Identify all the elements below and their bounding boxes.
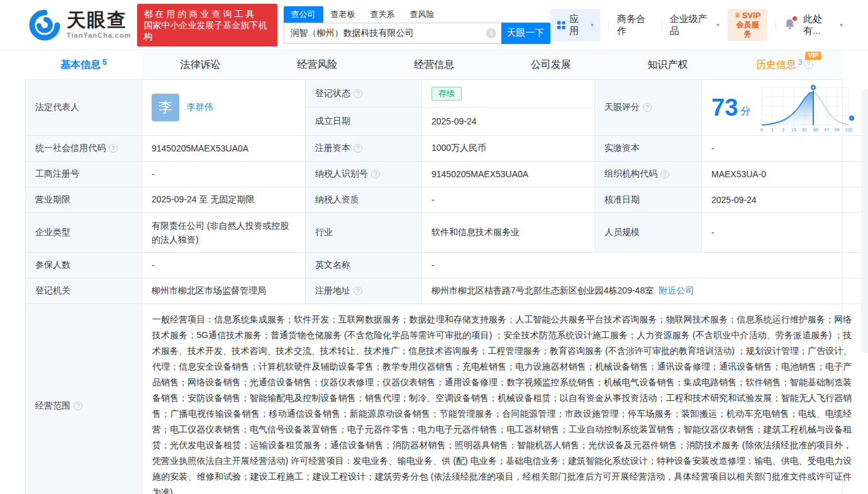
- tab-legal-proceedings[interactable]: 法律诉讼: [142, 50, 259, 79]
- label-text: 实缴资本: [604, 143, 640, 154]
- tianyancha-logo[interactable]: 天眼查 TianYanCha.com: [28, 9, 131, 41]
- label-text: 纳税人识别号: [315, 168, 368, 180]
- search-tab-boss[interactable]: 查老板: [323, 6, 363, 23]
- promo-banner: 都在用的商业查询工具 国家中小企业发展子基金旗下机构: [137, 4, 277, 47]
- tab-label: 经营信息: [414, 58, 454, 72]
- divider: [776, 20, 776, 30]
- help-icon[interactable]: ?: [371, 170, 380, 178]
- tab-company-development[interactable]: 公司发展: [492, 50, 609, 79]
- value-text: 91450205MAEX53UA0A: [152, 143, 248, 153]
- label-text: 营业期限: [35, 194, 70, 206]
- enterprise-menu[interactable]: 企业级产品 ▾: [670, 13, 720, 37]
- divider: [608, 20, 609, 30]
- tab-label: 基本信息: [60, 58, 101, 72]
- field-label-reg-status: 登记状态 ?: [306, 80, 422, 107]
- apps-menu[interactable]: 应用 ▾: [550, 9, 601, 41]
- username: 此处有...: [803, 13, 837, 37]
- help-icon[interactable]: ?: [109, 144, 118, 153]
- label-text: 企业类型: [35, 227, 70, 238]
- value-text: 2025-09-24 至 无固定期限: [152, 194, 254, 206]
- help-icon[interactable]: ?: [74, 402, 82, 410]
- label-text: 经营范围: [35, 400, 70, 412]
- tab-history-info[interactable]: VIP 历史信息 3 ?: [726, 50, 843, 79]
- tab-label: 知识产权: [647, 58, 687, 72]
- tab-intellectual-property[interactable]: 知识产权: [609, 50, 726, 79]
- search-tab-risk[interactable]: 查风险: [403, 6, 442, 23]
- label-text: 英文名称: [315, 260, 350, 271]
- search-tab-relation[interactable]: 查关系: [363, 6, 403, 23]
- field-value-legal-rep: 李 李群伟: [142, 80, 306, 136]
- tab-business-info[interactable]: 经营信息: [376, 50, 492, 79]
- field-label-uscc: 统一社会信用代码 ?: [26, 136, 142, 162]
- field-value-reg-number: -: [142, 162, 306, 187]
- tab-count: 3: [798, 58, 803, 67]
- notification-dot: [793, 16, 797, 21]
- label-text: 行业: [315, 227, 333, 238]
- avatar[interactable]: 李: [152, 94, 179, 121]
- help-icon[interactable]: ?: [353, 89, 362, 98]
- brand-name: 天眼查: [67, 11, 131, 30]
- app-grid-icon: [557, 20, 566, 30]
- field-value-taxpayer-id: 91450205MAEX53UA0A: [422, 162, 595, 187]
- field-label-reg-number: 工商注册号: [26, 162, 142, 187]
- label-text: 人员规模: [604, 227, 640, 238]
- score-value: 73: [711, 96, 738, 119]
- user-menu[interactable]: 此处有... ▾: [803, 13, 843, 37]
- field-value-uscc: 91450205MAEX53UA0A: [142, 136, 306, 162]
- label-text: 组织机构代码: [604, 168, 657, 180]
- field-label-reg-address: 注册地址 ?: [306, 278, 422, 304]
- field-label-taxpayer-quality: 纳税人资质: [306, 187, 422, 213]
- help-icon[interactable]: ?: [804, 60, 813, 69]
- field-label-business-term: 营业期限: [26, 187, 142, 213]
- value-text: -: [711, 143, 715, 153]
- field-value-score: 73 分 0 1 3 15 50: [702, 80, 862, 136]
- field-label-company-type: 企业类型: [26, 213, 142, 253]
- field-value-reg-authority: 柳州市柳北区市场监督管理局: [142, 278, 306, 304]
- promo-line2: 国家中小企业发展子基金旗下机构: [143, 19, 270, 42]
- field-label-org-code: 组织机构代码 ?: [595, 162, 702, 187]
- business-scope-text: 一般经营项目：信息系统集成服务；软件开发；互联网数据服务；数据处理和存储支持服务…: [152, 312, 852, 494]
- tab-label: 法律诉讼: [181, 58, 221, 72]
- search-button[interactable]: 天眼一下: [501, 23, 550, 44]
- legal-rep-link[interactable]: 李群伟: [187, 102, 213, 113]
- enterprise-label: 企业级产品: [670, 13, 714, 37]
- cooperation-link[interactable]: 商务合作: [617, 13, 653, 37]
- field-value-business-term: 2025-09-24 至 无固定期限: [142, 187, 306, 213]
- floating-side-widget[interactable]: [861, 89, 868, 353]
- help-icon[interactable]: ?: [353, 287, 362, 295]
- tab-operating-risk[interactable]: 经营风险: [259, 50, 376, 79]
- field-value-reg-address: 柳州市柳北区桔香路7号北部生态新区创业园4栋209-48室 附近公司: [422, 278, 862, 304]
- svg-text:100: 100: [845, 128, 852, 132]
- field-label-establish-date: 成立日期: [306, 107, 422, 136]
- tab-label: 公司发展: [531, 58, 571, 72]
- clear-icon[interactable]: ✕: [486, 28, 496, 38]
- svip-label: SVIP: [742, 11, 761, 20]
- divider: [661, 20, 662, 30]
- svg-text:1: 1: [771, 128, 774, 132]
- notifications-button[interactable]: [784, 18, 795, 31]
- field-value-org-code: MAEX53UA-0: [702, 162, 862, 187]
- score-unit: 分: [740, 105, 750, 118]
- field-value-insured-count: -: [142, 253, 306, 278]
- svip-member-button[interactable]: ♛SVIP 会员服务: [728, 9, 767, 41]
- tab-label: 历史信息: [756, 58, 796, 72]
- label-text: 法定代表人: [35, 102, 79, 113]
- value-text: 2025-09-24: [431, 116, 477, 126]
- field-value-paid-capital: -: [702, 136, 862, 162]
- tab-basic-info[interactable]: 基本信息 5: [25, 50, 142, 79]
- field-value-staff-size: -: [702, 213, 862, 253]
- search-input[interactable]: [284, 23, 501, 44]
- help-icon[interactable]: ?: [660, 170, 669, 178]
- nearby-companies-link[interactable]: 附近公司: [659, 285, 694, 297]
- field-label-insured-count: 参保人数: [26, 253, 142, 278]
- search-tab-company[interactable]: 查公司: [284, 6, 323, 23]
- help-icon[interactable]: ?: [353, 144, 362, 153]
- floating-anchor-dot[interactable]: [849, 116, 854, 121]
- header-nav: 应用 ▾ 商务合作 企业级产品 ▾ ♛SVIP 会员服务 此处有... ▾: [550, 9, 843, 41]
- value-text: 91450205MAEX53UA0A: [431, 169, 528, 179]
- label-text: 纳税人资质: [315, 194, 359, 206]
- label-text: 成立日期: [315, 116, 350, 127]
- help-icon[interactable]: ?: [643, 103, 652, 112]
- value-text: 柳州市柳北区市场监督管理局: [152, 285, 266, 297]
- value-text: -: [711, 228, 715, 238]
